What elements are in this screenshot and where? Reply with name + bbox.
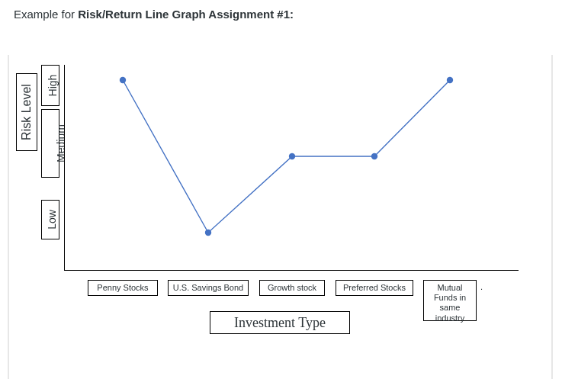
x-cat-us-savings-bond: U.S. Savings Bond <box>168 280 249 296</box>
y-tick-high: High <box>41 65 59 106</box>
svg-point-2 <box>289 153 295 159</box>
y-tick-medium: Medium <box>41 109 59 178</box>
x-axis-label: Investment Type <box>210 311 350 334</box>
svg-point-1 <box>205 230 211 236</box>
x-cat-mutual-funds: Mutual Funds in same industry <box>423 280 477 321</box>
title-bold: Risk/Return Line Graph Assignment #1: <box>78 8 294 21</box>
x-cat-growth-stock: Growth stock <box>259 280 325 296</box>
y-tick-low: Low <box>41 200 59 239</box>
x-cat-penny-stocks: Penny Stocks <box>88 280 158 296</box>
line-chart <box>64 65 519 271</box>
svg-point-0 <box>120 77 126 83</box>
x-cat-preferred-stocks: Preferred Stocks <box>336 280 413 296</box>
title-prefix: Example for <box>14 8 78 21</box>
svg-point-3 <box>371 153 377 159</box>
svg-point-4 <box>447 77 453 83</box>
page-title: Example for Risk/Return Line Graph Assig… <box>14 8 294 21</box>
stray-dot: . <box>480 282 483 291</box>
